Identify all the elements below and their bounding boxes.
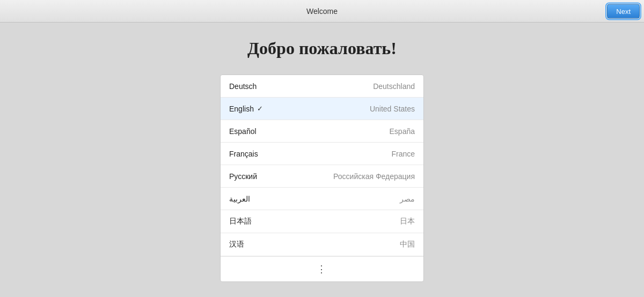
language-label-english: English <box>229 105 254 113</box>
checkmark-icon: ✓ <box>257 105 263 113</box>
language-region-espanol: España <box>390 127 415 136</box>
language-label-chinese: 汉语 <box>229 240 244 249</box>
language-name-japanese: 日本語 <box>229 217 252 226</box>
language-name-russian: Русский <box>229 172 257 181</box>
language-region-arabic: مصر <box>400 195 415 203</box>
title-bar: Welcome Next <box>0 0 644 23</box>
language-item-deutsch[interactable]: DeutschDeutschland <box>221 75 423 98</box>
language-region-russian: Российская Федерация <box>333 172 415 181</box>
language-name-francais: Français <box>229 150 258 158</box>
main-content: Добро пожаловать! DeutschDeutschlandEngl… <box>0 23 644 297</box>
next-button[interactable]: Next <box>607 4 640 18</box>
language-label-deutsch: Deutsch <box>229 82 257 91</box>
language-item-chinese[interactable]: 汉语中国 <box>221 233 423 256</box>
more-icon: ⋮ <box>317 263 327 275</box>
language-item-russian[interactable]: РусскийРоссийская Федерация <box>221 165 423 188</box>
language-item-japanese[interactable]: 日本語日本 <box>221 210 423 233</box>
language-label-japanese: 日本語 <box>229 217 252 226</box>
language-region-francais: France <box>391 150 415 158</box>
language-label-espanol: Español <box>229 127 257 136</box>
language-label-francais: Français <box>229 150 258 158</box>
language-name-deutsch: Deutsch <box>229 82 257 91</box>
language-region-english: United States <box>370 105 415 113</box>
language-region-japanese: 日本 <box>400 217 415 226</box>
language-region-deutsch: Deutschland <box>373 82 415 91</box>
language-label-arabic: العربية <box>229 195 250 203</box>
welcome-heading: Добро пожаловать! <box>247 39 397 58</box>
language-name-chinese: 汉语 <box>229 240 244 249</box>
language-item-arabic[interactable]: العربيةمصر <box>221 188 423 210</box>
more-options-row[interactable]: ⋮ <box>221 256 423 281</box>
language-name-arabic: العربية <box>229 195 250 203</box>
language-list: DeutschDeutschlandEnglish✓United StatesE… <box>220 75 424 282</box>
language-item-english[interactable]: English✓United States <box>221 98 423 120</box>
language-label-russian: Русский <box>229 172 257 181</box>
language-item-francais[interactable]: FrançaisFrance <box>221 143 423 165</box>
language-region-chinese: 中国 <box>400 240 415 249</box>
window-title: Welcome <box>306 7 338 16</box>
language-name-espanol: Español <box>229 127 257 136</box>
language-item-espanol[interactable]: EspañolEspaña <box>221 120 423 143</box>
language-name-english: English✓ <box>229 105 263 113</box>
